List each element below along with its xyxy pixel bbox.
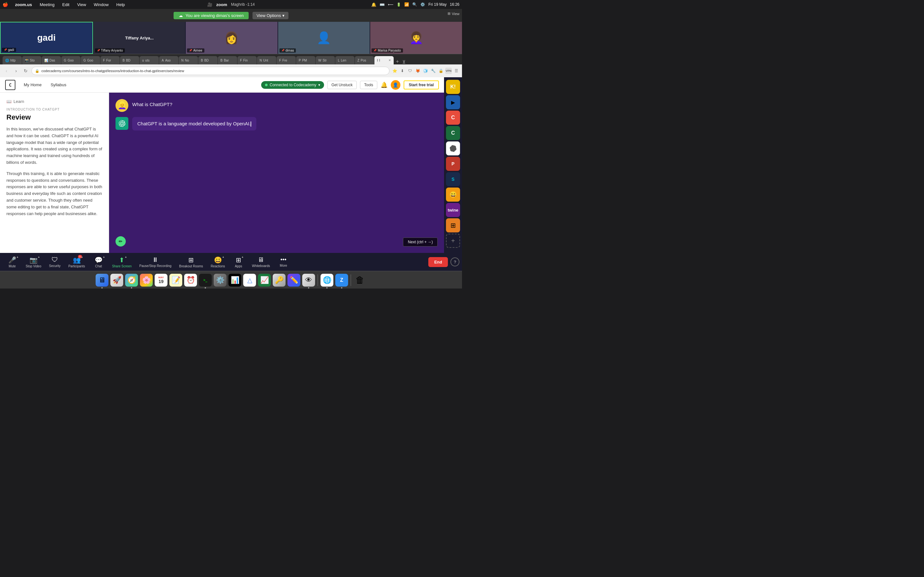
extension-shield[interactable]: 🛡 xyxy=(407,68,413,74)
browser-tab-7[interactable]: BBD xyxy=(120,56,139,64)
dock-reminders[interactable]: ⏰ xyxy=(184,274,197,287)
apple-menu-icon[interactable]: 🍎 xyxy=(3,2,8,7)
dock-terminal[interactable]: >_ xyxy=(199,274,212,287)
browser-tab-6[interactable]: FFor xyxy=(100,56,120,64)
zoom-app-emoji[interactable]: 😄 xyxy=(446,187,460,201)
extension-puzzle[interactable]: 🔧 xyxy=(430,68,436,74)
zoom-control-breakout[interactable]: ⊞ Breakout Rooms xyxy=(175,255,207,269)
participant-tile-tiffany[interactable]: Tiffany Ariya... Tiffany Ariyanto xyxy=(94,22,186,54)
notification-bell-icon[interactable]: 🔔 xyxy=(381,81,388,89)
dock-calendar[interactable]: MAY 19 xyxy=(155,274,168,287)
reload-button[interactable]: ↻ xyxy=(22,67,29,75)
zoom-control-security[interactable]: 🛡 Security xyxy=(45,255,65,269)
menubar-bluetooth-icon[interactable]: ⟵ xyxy=(388,2,393,7)
dock-keychain[interactable]: 🔑 xyxy=(273,274,286,287)
dock-photos[interactable]: 🌸 xyxy=(140,274,153,287)
browser-tab-active[interactable]: I I ✕ xyxy=(375,56,394,64)
zoom-app-codecademy[interactable]: C xyxy=(446,111,460,125)
menubar-wifi-icon[interactable]: 📶 xyxy=(404,2,409,7)
dock-chrome[interactable]: 🌐 xyxy=(320,274,333,287)
extension-fox[interactable]: 🦊 xyxy=(415,68,421,74)
browser-tab-14[interactable]: NUnt xyxy=(257,56,276,64)
browser-tab-10[interactable]: NNo xyxy=(179,56,198,64)
zoom-control-more[interactable]: ••• More xyxy=(274,255,293,269)
dock-system-pref[interactable]: ⚙️ xyxy=(214,274,226,287)
menubar-app-name[interactable]: zoom.us xyxy=(13,2,34,8)
zoom-app-twine[interactable]: twine xyxy=(446,203,460,217)
browser-tab-12[interactable]: BBar xyxy=(218,56,237,64)
menubar-search-icon[interactable]: 🔍 xyxy=(412,2,417,7)
tab-close-active[interactable]: ✕ xyxy=(389,59,391,62)
zoom-control-apps[interactable]: ⊞ ▲ Apps xyxy=(229,255,248,269)
dock-notes[interactable]: 📝 xyxy=(170,274,182,287)
dock-trash[interactable]: 🗑 xyxy=(354,274,367,287)
zoom-control-whiteboards[interactable]: 🖥 Whiteboards xyxy=(248,255,274,269)
participant-tile-dimas[interactable]: 👤 dimas xyxy=(278,22,370,54)
zoom-control-chat[interactable]: 💬 ▲ Chat xyxy=(89,255,108,269)
menubar-notification-icon[interactable]: 🔔 xyxy=(371,2,376,7)
bookmark-icon[interactable]: ⭐ xyxy=(391,68,398,74)
browser-tab-2[interactable]: 📸Sto xyxy=(22,56,41,64)
dock-activity-monitor[interactable]: 📊 xyxy=(228,274,241,287)
dock-finder[interactable]: 🖥 xyxy=(95,274,108,287)
next-button[interactable]: Next (ctrl + →) xyxy=(403,237,438,247)
browser-address-bar[interactable]: 🔒 codecademy.com/courses/intro-to-chatgp… xyxy=(31,67,389,75)
menubar-meeting[interactable]: Meeting xyxy=(38,2,57,8)
dock-launchpad[interactable]: 🚀 xyxy=(110,274,123,287)
browser-tab-1[interactable]: 🌐http xyxy=(3,56,22,64)
zoom-app-kahoot[interactable]: K! xyxy=(446,80,460,94)
forward-button[interactable]: › xyxy=(12,67,20,75)
zoom-app-grid[interactable]: ⊞ xyxy=(446,218,460,232)
zoom-app-add-button[interactable]: + xyxy=(446,234,460,248)
back-button[interactable]: ‹ xyxy=(3,67,10,75)
vpn-button[interactable]: VPN xyxy=(445,68,452,74)
browser-tab-18[interactable]: LLen xyxy=(335,56,355,64)
zoom-app-ai[interactable] xyxy=(446,141,460,155)
nav-syllabus[interactable]: Syllabus xyxy=(47,81,69,89)
zoom-control-stop-video[interactable]: 📷 ▲ Stop Video xyxy=(22,255,45,269)
dock-zoom[interactable]: Z xyxy=(335,274,348,287)
dock-numbers[interactable]: 📈 xyxy=(258,274,271,287)
get-unstuck-button[interactable]: Get Unstuck xyxy=(327,81,357,89)
extension-cube[interactable]: 🧊 xyxy=(422,68,429,74)
menubar-window[interactable]: Window xyxy=(92,2,110,8)
browser-tab-9[interactable]: AAso xyxy=(159,56,178,64)
zoom-app-prezi[interactable]: P xyxy=(446,157,460,171)
menubar-edit[interactable]: Edit xyxy=(60,2,71,8)
zoom-control-share-screen[interactable]: ⬆ ▲ Share Screen xyxy=(108,255,136,269)
zoom-control-reactions[interactable]: 😀 ▲ Reactions xyxy=(207,255,229,269)
participant-tile-gadi[interactable]: gadi gadi xyxy=(0,22,93,54)
settings-menu-icon[interactable]: ☰ xyxy=(453,68,459,74)
download-icon[interactable]: ⬇ xyxy=(399,68,405,74)
dock-pixelmator[interactable]: ✏️ xyxy=(288,274,300,287)
zoom-control-mute[interactable]: 🎤 ▲ Mute xyxy=(3,255,22,269)
browser-tab-4[interactable]: GGoo xyxy=(61,56,81,64)
zoom-control-participants[interactable]: 👥 5 ▲ Participants xyxy=(65,255,89,269)
browser-tab-15[interactable]: FFre xyxy=(276,56,296,64)
dock-google-drive[interactable]: △ xyxy=(243,274,256,287)
view-options-button[interactable]: View Options ▾ xyxy=(252,12,288,19)
browser-tab-11[interactable]: BBD xyxy=(198,56,218,64)
start-free-trial-button[interactable]: Start free trial xyxy=(404,81,439,89)
nav-my-home[interactable]: My Home xyxy=(21,81,45,89)
browser-tab-3[interactable]: 📊Das xyxy=(42,56,61,64)
end-meeting-button[interactable]: End xyxy=(428,257,448,267)
menubar-help[interactable]: Help xyxy=(115,2,127,8)
zoom-control-pause-recording[interactable]: ⏸ Pause/Stop Recording xyxy=(136,255,175,269)
participant-tile-aimee[interactable]: 👩 Aimee xyxy=(186,22,278,54)
pencil-button[interactable]: ✏ xyxy=(115,236,126,247)
tabs-expand-button[interactable]: ⊻ xyxy=(401,59,407,64)
browser-tab-19[interactable]: ZPos xyxy=(355,56,374,64)
browser-tab-17[interactable]: WStr xyxy=(316,56,335,64)
browser-tab-5[interactable]: GGoo xyxy=(81,56,100,64)
menubar-view[interactable]: View xyxy=(75,2,88,8)
zoom-app-green[interactable]: C xyxy=(446,126,460,140)
extension-lock[interactable]: 🔒 xyxy=(438,68,444,74)
participant-tile-marisa[interactable]: 👩‍🦱 Marisa Paryasto xyxy=(370,22,462,54)
browser-tab-8[interactable]: uuts xyxy=(140,56,159,64)
menubar-control-center-icon[interactable]: ⚙️ xyxy=(420,2,425,7)
zoom-app-blue[interactable]: ▶ xyxy=(446,95,460,109)
tools-button[interactable]: Tools xyxy=(360,81,377,89)
browser-tab-16[interactable]: PPM xyxy=(296,56,315,64)
user-avatar[interactable]: 👤 xyxy=(391,80,401,90)
